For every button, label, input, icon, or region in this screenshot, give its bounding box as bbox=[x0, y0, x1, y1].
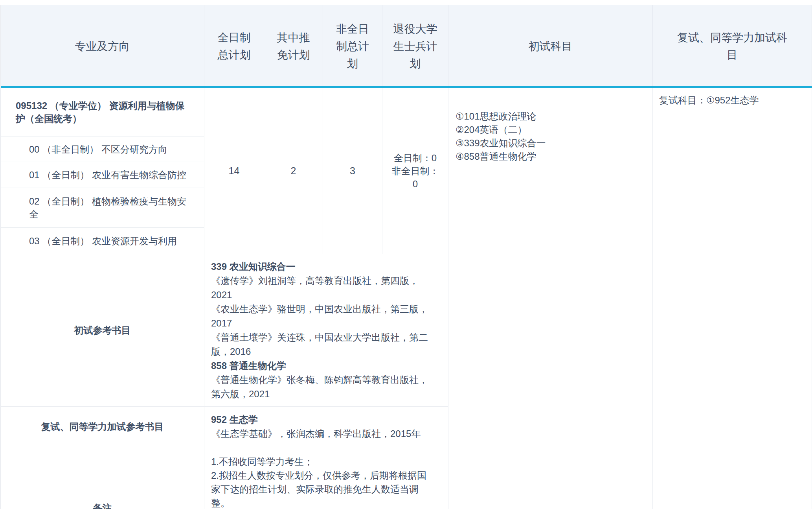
parttime-total-number: 3 bbox=[350, 165, 355, 177]
direction-text: 00 （非全日制） 不区分研究方向 bbox=[29, 143, 191, 156]
ref-book-item: 《遗传学》刘祖洞等，高等教育出版社，第四版，2021 bbox=[211, 274, 431, 302]
ref-subject-code: 858 普通生物化学 bbox=[211, 359, 431, 373]
initial-refs-cell: 339 农业知识综合一 《遗传学》刘祖洞等，高等教育出版社，第四版，2021 《… bbox=[204, 254, 448, 407]
initial-refs-label-text: 初试参考书目 bbox=[74, 324, 131, 337]
column-header-retest-subjects-label: 复试、同等学力加试科目 bbox=[672, 29, 792, 64]
column-header-parttime-total-label: 非全日制总计划 bbox=[332, 20, 373, 72]
ref-subject-code: 339 农业知识综合一 bbox=[211, 260, 431, 274]
ref-book-item: 《普通生物化学》张冬梅、陈钧辉高等教育出版社，第六版，2021 bbox=[211, 373, 431, 401]
veteran-parttime-text: 非全日制：0 bbox=[391, 164, 440, 190]
column-header-veteran-soldier-label: 退役大学生士兵计划 bbox=[391, 20, 439, 72]
fulltime-total-value: 14 bbox=[204, 88, 264, 254]
retest-refs-label-text: 复试、同等学力加试参考书目 bbox=[41, 420, 164, 433]
column-header-initial-subjects: 初试科目 bbox=[448, 5, 653, 88]
major-title-text: 095132 （专业学位） 资源利用与植物保护（全国统考） bbox=[16, 99, 188, 125]
direction-text: 01 （全日制） 农业有害生物综合防控 bbox=[29, 168, 191, 181]
recommend-exempt-value: 2 bbox=[264, 88, 323, 254]
veteran-fulltime-text: 全日制：0 bbox=[394, 151, 437, 164]
direction-text: 03 （全日制） 农业资源开发与利用 bbox=[29, 234, 191, 247]
column-header-recommend-exempt-label: 其中推免计划 bbox=[273, 29, 314, 64]
ref-book-item: 《普通土壤学》关连珠，中国农业大学出版社，第二版，2016 bbox=[211, 330, 431, 359]
direction-row-01: 01 （全日制） 农业有害生物综合防控 bbox=[1, 162, 204, 188]
direction-row-03: 03 （全日制） 农业资源开发与利用 bbox=[1, 228, 204, 254]
initial-refs-label: 初试参考书目 bbox=[1, 254, 204, 407]
notes-label: 备注 bbox=[1, 447, 204, 509]
initial-subjects-cell: ①101思想政治理论 ②204英语（二） ③339农业知识综合一 ④858普通生… bbox=[448, 88, 653, 509]
direction-row-00: 00 （非全日制） 不区分研究方向 bbox=[1, 137, 204, 162]
direction-row-02: 02 （全日制） 植物检验检疫与生物安全 bbox=[1, 188, 204, 228]
column-header-fulltime-total-label: 全日制总计划 bbox=[213, 29, 255, 64]
retest-subjects-cell: 复试科目：①952生态学 bbox=[653, 88, 812, 509]
column-header-veteran-soldier: 退役大学生士兵计划 bbox=[382, 5, 448, 88]
major-title: 095132 （专业学位） 资源利用与植物保护（全国统考） bbox=[1, 88, 204, 137]
ref-subject-code: 952 生态学 bbox=[211, 413, 431, 427]
column-header-parttime-total: 非全日制总计划 bbox=[323, 5, 382, 88]
veteran-plan-value: 全日制：0 非全日制：0 bbox=[382, 88, 448, 254]
direction-text: 02 （全日制） 植物检验检疫与生物安全 bbox=[29, 195, 191, 221]
notes-cell: 1.不招收同等学力考生； 2.拟招生人数按专业划分，仅供参考，后期将根据国家下达… bbox=[204, 447, 448, 509]
column-header-recommend-exempt: 其中推免计划 bbox=[264, 5, 323, 88]
recommend-exempt-number: 2 bbox=[291, 165, 296, 177]
column-header-fulltime-total: 全日制总计划 bbox=[204, 5, 264, 88]
ref-book-item: 《农业生态学》骆世明，中国农业出版社，第三版，2017 bbox=[211, 302, 431, 330]
note-item: 2.拟招生人数按专业划分，仅供参考，后期将根据国家下达的招生计划、实际录取的推免… bbox=[211, 468, 427, 509]
initial-subject-item: ①101思想政治理论 bbox=[456, 110, 645, 123]
parttime-total-value: 3 bbox=[323, 88, 382, 254]
initial-subject-item: ③339农业知识综合一 bbox=[456, 136, 645, 150]
column-header-initial-subjects-label: 初试科目 bbox=[529, 38, 573, 55]
initial-subject-item: ②204英语（二） bbox=[456, 123, 645, 136]
fulltime-total-number: 14 bbox=[229, 165, 240, 177]
admissions-table: 专业及方向 全日制总计划 其中推免计划 非全日制总计划 退役大学生士兵计划 初试… bbox=[0, 5, 812, 509]
notes-label-text: 备注 bbox=[93, 502, 112, 509]
column-header-major: 专业及方向 bbox=[1, 5, 204, 88]
initial-subject-item: ④858普通生物化学 bbox=[456, 150, 645, 163]
retest-refs-label: 复试、同等学力加试参考书目 bbox=[1, 407, 204, 447]
retest-refs-cell: 952 生态学 《生态学基础》，张润杰编，科学出版社，2015年 bbox=[204, 407, 448, 447]
ref-book-item: 《生态学基础》，张润杰编，科学出版社，2015年 bbox=[211, 427, 431, 441]
note-item: 1.不招收同等学力考生； bbox=[211, 455, 427, 468]
retest-subjects-text: 复试科目：①952生态学 bbox=[659, 94, 804, 107]
admissions-table-page: 专业及方向 全日制总计划 其中推免计划 非全日制总计划 退役大学生士兵计划 初试… bbox=[0, 0, 812, 509]
column-header-retest-subjects: 复试、同等学力加试科目 bbox=[653, 5, 812, 88]
column-header-major-label: 专业及方向 bbox=[75, 38, 130, 55]
